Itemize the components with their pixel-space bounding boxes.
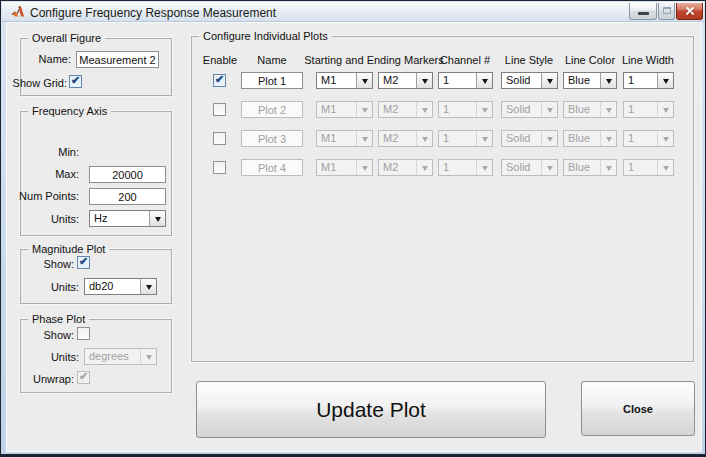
minimize-button[interactable]	[629, 3, 657, 20]
plot2-start-marker-dropdown: M1	[316, 101, 373, 118]
plot2-enable-checkbox[interactable]	[213, 103, 226, 116]
chevron-down-icon	[362, 79, 368, 84]
plot3-line-style-dropdown: Solid	[501, 130, 558, 147]
chevron-down-icon	[362, 166, 368, 171]
plot4-enable-checkbox[interactable]	[213, 161, 226, 174]
chevron-down-icon	[146, 355, 152, 360]
individual-plots-title: Configure Individual Plots	[199, 30, 332, 43]
name-label: Name:	[9, 53, 71, 66]
plot3-channel-dropdown: 1	[438, 130, 493, 147]
chevron-down-icon	[155, 217, 161, 222]
chevron-down-icon	[482, 137, 488, 142]
chevron-down-icon	[663, 137, 669, 142]
close-window-button[interactable]	[676, 3, 703, 20]
plot4-line-width-dropdown: 1	[623, 159, 674, 176]
num-points-input[interactable]	[89, 188, 166, 205]
plot3-start-marker-dropdown: M1	[316, 130, 373, 147]
header-line-width: Line Width	[619, 54, 677, 67]
plot2-line-style-dropdown: Solid	[501, 101, 558, 118]
plot3-name-input	[241, 130, 303, 147]
header-line-style: Line Style	[499, 54, 559, 67]
matlab-icon	[11, 5, 25, 19]
magnitude-units-dropdown[interactable]: db20	[84, 278, 157, 295]
minimize-icon	[638, 12, 649, 15]
figure-name-input[interactable]	[76, 51, 159, 68]
chevron-down-icon	[663, 166, 669, 171]
phase-units-dropdown: degrees	[84, 348, 157, 365]
title-bar[interactable]: Configure Frequency Response Measurement	[2, 2, 704, 22]
plot4-end-marker-dropdown: M2	[378, 159, 433, 176]
chevron-down-icon	[606, 137, 612, 142]
chevron-down-icon	[422, 166, 428, 171]
phase-units-label: Units:	[14, 351, 79, 364]
num-points-label: Num Points:	[9, 190, 79, 203]
max-input[interactable]	[89, 166, 166, 183]
magnitude-show-checkbox[interactable]	[77, 256, 90, 269]
chevron-down-icon	[606, 79, 612, 84]
magnitude-plot-title: Magnitude Plot	[28, 243, 109, 256]
magnitude-show-label: Show:	[14, 258, 74, 271]
plot4-start-marker-dropdown: M1	[316, 159, 373, 176]
chevron-down-icon	[422, 137, 428, 142]
header-enable: Enable	[191, 54, 249, 67]
chevron-down-icon	[482, 79, 488, 84]
show-grid-checkbox[interactable]	[69, 75, 82, 88]
plot2-end-marker-dropdown: M2	[378, 101, 433, 118]
chevron-down-icon	[362, 137, 368, 142]
plot3-line-color-dropdown: Blue	[563, 130, 617, 147]
chevron-down-icon	[422, 108, 428, 113]
plot1-line-style-dropdown[interactable]: Solid	[501, 72, 558, 89]
plot2-line-color-dropdown: Blue	[563, 101, 617, 118]
frequency-axis-title: Frequency Axis	[28, 105, 111, 118]
plot3-line-width-dropdown: 1	[623, 130, 674, 147]
maximize-button[interactable]	[658, 3, 675, 20]
plot3-end-marker-dropdown: M2	[378, 130, 433, 147]
phase-show-checkbox[interactable]	[77, 327, 90, 340]
plot4-line-style-dropdown: Solid	[501, 159, 558, 176]
chevron-down-icon	[362, 108, 368, 113]
chevron-down-icon	[482, 166, 488, 171]
close-icon	[677, 3, 702, 19]
freq-units-label: Units:	[14, 213, 79, 226]
maximize-icon	[663, 7, 671, 14]
plot1-line-color-dropdown[interactable]: Blue	[563, 72, 617, 89]
plot1-channel-dropdown[interactable]: 1	[438, 72, 493, 89]
chevron-down-icon	[146, 285, 152, 290]
chevron-down-icon	[547, 137, 553, 142]
header-line-color: Line Color	[560, 54, 620, 67]
header-markers: Starting and Ending Markers	[303, 54, 445, 67]
window-title: Configure Frequency Response Measurement	[30, 6, 276, 20]
overall-figure-title: Overall Figure	[28, 32, 105, 45]
freq-units-dropdown[interactable]: Hz	[89, 210, 166, 227]
plot1-start-marker-dropdown[interactable]: M1	[316, 72, 373, 89]
chevron-down-icon	[547, 79, 553, 84]
chevron-down-icon	[606, 108, 612, 113]
chevron-down-icon	[547, 108, 553, 113]
unwrap-label: Unwrap:	[14, 373, 74, 386]
plot4-channel-dropdown: 1	[438, 159, 493, 176]
plot2-line-width-dropdown: 1	[623, 101, 674, 118]
plot2-channel-dropdown: 1	[438, 101, 493, 118]
plot1-end-marker-dropdown[interactable]: M2	[378, 72, 433, 89]
chevron-down-icon	[422, 79, 428, 84]
plot2-name-input	[241, 101, 303, 118]
chevron-down-icon	[547, 166, 553, 171]
dialog-window: Configure Frequency Response Measurement…	[0, 0, 706, 457]
chevron-down-icon	[606, 166, 612, 171]
show-grid-label: Show Grid:	[6, 77, 67, 90]
unwrap-checkbox	[77, 371, 90, 384]
plot1-name-input[interactable]	[241, 72, 303, 89]
close-button[interactable]: Close	[581, 381, 695, 436]
plot1-line-width-dropdown[interactable]: 1	[623, 72, 674, 89]
phase-plot-title: Phase Plot	[28, 313, 89, 326]
max-label: Max:	[14, 168, 79, 181]
plot1-enable-checkbox[interactable]	[213, 74, 226, 87]
magnitude-units-label: Units:	[14, 281, 79, 294]
plot4-line-color-dropdown: Blue	[563, 159, 617, 176]
phase-show-label: Show:	[14, 329, 74, 342]
chevron-down-icon	[663, 108, 669, 113]
update-plot-button[interactable]: Update Plot	[196, 381, 546, 438]
plot3-enable-checkbox[interactable]	[213, 132, 226, 145]
header-channel: Channel #	[435, 54, 495, 67]
plot4-name-input	[241, 159, 303, 176]
